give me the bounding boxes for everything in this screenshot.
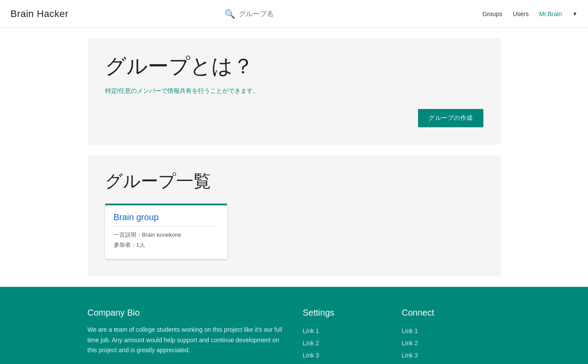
group-card-title: Brain group	[114, 212, 218, 226]
footer-connect-link[interactable]: Link 1	[402, 325, 501, 337]
main-content: グループとは？ 特定/任意のメンバーで情報共有を行うことができます。 グループの…	[81, 28, 508, 287]
footer: Company Bio We are a team of college stu…	[0, 287, 588, 364]
footer-settings: Settings Link 1Link 2Link 3Link 4	[303, 308, 402, 364]
group-list-title: グループ一覧	[105, 169, 483, 193]
footer-bio: Company Bio We are a team of college stu…	[88, 308, 303, 364]
navbar-right: Groups Users Mr.Brain ▼	[483, 10, 578, 17]
search-icon[interactable]: 🔍	[224, 9, 235, 19]
hero-title: グループとは？	[105, 52, 483, 80]
dropdown-arrow-icon[interactable]: ▼	[572, 11, 578, 17]
create-group-button[interactable]: グループの作成	[418, 109, 483, 127]
footer-connect-link[interactable]: Link 4	[402, 361, 501, 364]
group-card-body: Brain group 一言説明：Brain konekone 参加者：1人	[105, 205, 227, 259]
footer-settings-link[interactable]: Link 2	[303, 337, 402, 349]
group-members: 参加者：1人	[114, 240, 218, 250]
nav-groups[interactable]: Groups	[483, 10, 503, 17]
nav-user[interactable]: Mr.Brain	[539, 10, 562, 17]
footer-bio-heading: Company Bio	[88, 308, 286, 318]
footer-bio-text: We are a team of college students workin…	[88, 325, 286, 356]
hero-subtitle: 特定/任意のメンバーで情報共有を行うことができます。	[105, 87, 483, 95]
footer-settings-links: Link 1Link 2Link 3Link 4	[303, 325, 402, 364]
groups-grid: Brain group 一言説明：Brain konekone 参加者：1人	[105, 204, 483, 259]
footer-connect-link[interactable]: Link 3	[402, 349, 501, 361]
group-card[interactable]: Brain group 一言説明：Brain konekone 参加者：1人	[105, 204, 227, 259]
footer-connect-heading: Connect	[402, 308, 501, 318]
group-description: 一言説明：Brain konekone	[114, 230, 218, 240]
footer-connect-link[interactable]: Link 2	[402, 337, 501, 349]
footer-settings-heading: Settings	[303, 308, 402, 318]
footer-connect-links: Link 1Link 2Link 3Link 4	[402, 325, 501, 364]
navbar: Brain Hacker 🔍 Groups Users Mr.Brain ▼	[0, 0, 588, 28]
search-area: 🔍	[68, 9, 482, 19]
footer-settings-link[interactable]: Link 1	[303, 325, 402, 337]
footer-settings-link[interactable]: Link 4	[303, 361, 402, 364]
footer-inner: Company Bio We are a team of college stu…	[81, 308, 508, 364]
footer-settings-link[interactable]: Link 3	[303, 349, 402, 361]
footer-connect: Connect Link 1Link 2Link 3Link 4	[402, 308, 501, 364]
nav-users[interactable]: Users	[513, 10, 529, 17]
hero-section: グループとは？ 特定/任意のメンバーで情報共有を行うことができます。 グループの…	[88, 38, 501, 145]
brand-logo: Brain Hacker	[10, 8, 68, 20]
search-input[interactable]	[239, 10, 326, 18]
group-card-info: 一言説明：Brain konekone 参加者：1人	[114, 230, 218, 250]
group-list-section: グループ一覧 Brain group 一言説明：Brain konekone 参…	[88, 155, 501, 276]
